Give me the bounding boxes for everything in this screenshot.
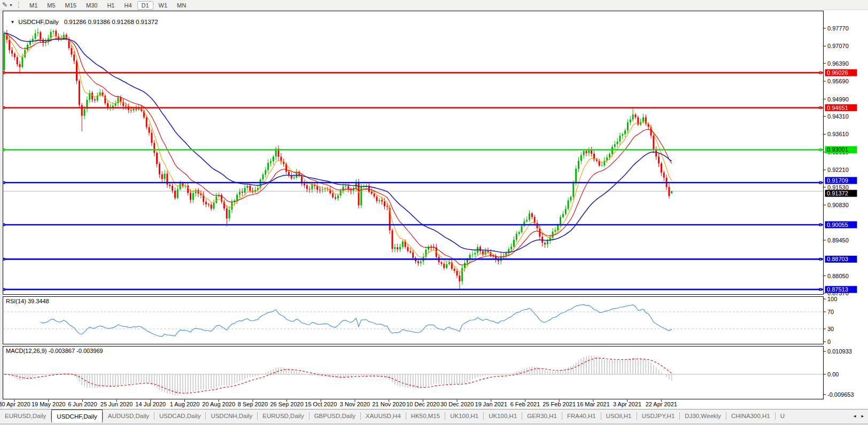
- chart-window[interactable]: 0.977700.970700.963900.956900.949900.943…: [0, 0, 868, 425]
- tab-item-0[interactable]: EURUSD,Daily: [0, 410, 51, 422]
- toolbar-grip-icon: [18, 2, 20, 8]
- timeframe-button-m15[interactable]: M15: [61, 1, 81, 10]
- price-line-label: 0.94651: [827, 105, 848, 111]
- tab-item-3[interactable]: USDCAD,Daily: [154, 410, 205, 422]
- tab-item-7[interactable]: XAUUSD,H4: [361, 410, 406, 422]
- date-tick-label: 25 Jun 2020: [100, 401, 133, 407]
- date-tick-label: 15 Oct 2020: [305, 401, 337, 407]
- date-tick-label: 20 Aug 2020: [202, 401, 235, 407]
- date-tick-label: 16 Mar 2021: [577, 401, 610, 407]
- macd-axis-label: -0.009653: [827, 391, 854, 398]
- price-line-label: 0.88703: [827, 256, 848, 262]
- date-tick-label: 26 Sep 2020: [270, 401, 303, 407]
- price-tick-label: 0.97770: [827, 25, 849, 32]
- rsi-axis-label: 30: [827, 326, 834, 332]
- date-tick-label: 19 Jan 2021: [475, 401, 508, 407]
- date-tick-label: 30 Dec 2020: [440, 401, 474, 407]
- tab-item-4[interactable]: USDCNH,Daily: [206, 410, 257, 422]
- rsi-axis-label: 100: [827, 296, 837, 302]
- timeframe-button-d1[interactable]: D1: [137, 1, 153, 10]
- date-tick-label: 1 Aug 2020: [170, 401, 200, 407]
- date-tick-label: 19 May 2020: [32, 401, 66, 407]
- price-tick-label: 0.89450: [827, 237, 849, 243]
- timeframe-button-h1[interactable]: H1: [103, 1, 119, 10]
- date-tick-label: 3 Apr 2021: [613, 401, 641, 407]
- price-tick-label: 0.95690: [827, 78, 849, 84]
- price-tick-label: 0.93610: [827, 131, 849, 137]
- price-line-label: 0.96026: [827, 69, 848, 76]
- date-tick-label: 6 Feb 2021: [510, 401, 540, 407]
- current-price-label: 0.91372: [827, 190, 848, 196]
- tab-item-16[interactable]: CHINA300,H1: [726, 410, 775, 422]
- price-tick-label: 0.91530: [827, 184, 849, 191]
- symbol-caret-icon[interactable]: ▼: [10, 20, 14, 25]
- macd-axis-label: 0.00: [827, 371, 839, 377]
- rsi-indicator-label: RSI(14) 39.3448: [6, 298, 49, 304]
- date-tick-label: 6 Jun 2020: [68, 401, 97, 407]
- left-margin: [0, 10, 3, 409]
- tab-scroll-arrows: ◂ ▸: [851, 410, 868, 422]
- tab-item-6[interactable]: GBPUSD,Daily: [309, 410, 360, 422]
- tab-item-1[interactable]: USDCHF,Daily: [51, 410, 102, 422]
- price-axis[interactable]: 0.977700.970700.963900.956900.949900.943…: [824, 25, 857, 398]
- window-bottom-strip: [0, 422, 868, 425]
- tab-item-13[interactable]: USOil,H1: [601, 410, 637, 422]
- price-tick-label: 0.94990: [827, 96, 849, 103]
- price-line-label: 0.93001: [827, 146, 848, 153]
- caret-down-icon[interactable]: ▼: [9, 3, 13, 7]
- price-tick-label: 0.96390: [827, 60, 849, 67]
- date-axis[interactable]: 30 Apr 202019 May 20206 Jun 202025 Jun 2…: [0, 400, 677, 408]
- tab-item-9[interactable]: UK100,H1: [445, 410, 483, 422]
- tab-item-5[interactable]: EURUSD,Daily: [258, 410, 308, 422]
- timeframe-button-group: M1M5M15M30H1H4D1W1MN: [25, 0, 191, 10]
- price-line-label: 0.90055: [827, 222, 848, 228]
- rsi-axis-label: 0: [827, 339, 831, 345]
- price-tick-label: 0.88050: [827, 273, 849, 279]
- tab-item-8[interactable]: HK50,M15: [406, 410, 445, 422]
- price-tick-label: 0.92210: [827, 167, 849, 173]
- date-tick-label: 3 Nov 2020: [340, 401, 370, 407]
- tab-item-15[interactable]: DJ30,Weekly: [680, 410, 726, 422]
- date-tick-label: 14 Jul 2020: [135, 401, 166, 407]
- tab-scroll-left-icon[interactable]: ◂: [854, 413, 856, 419]
- tab-item-14[interactable]: USDJPY,H1: [637, 410, 680, 422]
- timeframe-button-w1[interactable]: W1: [154, 1, 172, 10]
- tab-scroll-right-icon[interactable]: ▸: [861, 413, 864, 419]
- date-tick-label: 8 Sep 2020: [238, 401, 268, 407]
- price-tick-label: 0.90830: [827, 202, 849, 208]
- date-tick-label: 22 Apr 2021: [646, 401, 677, 407]
- date-tick-label: 25 Feb 2021: [542, 401, 576, 407]
- date-tick-label: 21 Nov 2020: [373, 401, 406, 407]
- macd-indicator-label: MACD(12,26,9) -0.003867 -0.003969: [6, 348, 103, 354]
- tab-item-17[interactable]: U: [776, 410, 789, 422]
- price-line-label: 0.91709: [827, 177, 848, 184]
- tab-item-12[interactable]: FRA40,H1: [562, 410, 601, 422]
- cursor-draw-icon[interactable]: ✎: [2, 1, 7, 9]
- timeframe-button-mn[interactable]: MN: [173, 1, 190, 10]
- tab-item-10[interactable]: UK100,H1: [484, 410, 522, 422]
- timeframe-button-m1[interactable]: M1: [25, 1, 42, 10]
- macd-axis-label: 0.010933: [827, 348, 852, 355]
- timeframe-button-h4[interactable]: H4: [120, 1, 136, 10]
- chart-symbol: USDCHF,Daily: [18, 19, 58, 25]
- price-line-label: 0.87513: [827, 286, 848, 293]
- timeframe-button-m5[interactable]: M5: [43, 1, 59, 10]
- symbol-tab-bar: EURUSD,DailyUSDCHF,DailyAUDUSD,DailyUSDC…: [0, 409, 868, 422]
- rsi-axis-label: 70: [827, 309, 834, 315]
- tab-item-11[interactable]: GER30,H1: [522, 410, 562, 422]
- tab-list: EURUSD,DailyUSDCHF,DailyAUDUSD,DailyUSDC…: [0, 410, 789, 422]
- timeframe-button-m30[interactable]: M30: [82, 1, 102, 10]
- date-tick-label: 30 Apr 2020: [0, 401, 30, 407]
- price-tick-label: 0.97070: [827, 43, 849, 49]
- toolbar: ✎ ▼ M1M5M15M30H1H4D1W1MN: [0, 0, 868, 10]
- tab-item-2[interactable]: AUDUSD,Daily: [103, 410, 154, 422]
- chart-title: ▼USDCHF,Daily0.91286 0.91386 0.91268 0.9…: [7, 12, 158, 25]
- price-tick-label: 0.94310: [827, 113, 849, 120]
- date-tick-label: 10 Dec 2020: [406, 401, 439, 407]
- chart-ohlc-values: 0.91286 0.91386 0.91268 0.91372: [64, 19, 158, 25]
